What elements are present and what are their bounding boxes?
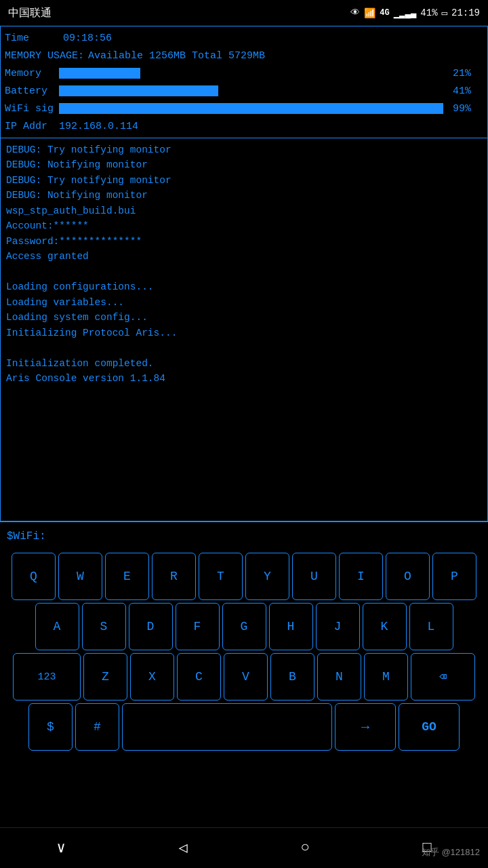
console-line: Loading system config... xyxy=(6,310,482,325)
console-line: Aris Console version 1.1.84 xyxy=(6,371,482,386)
key-space[interactable] xyxy=(122,703,332,751)
console-line: DEBUG: Try notifying monitor xyxy=(6,142,482,157)
key-j[interactable]: J xyxy=(316,603,360,650)
memory-bar-container xyxy=(59,68,447,79)
console-line: Access granted xyxy=(6,249,482,264)
key-b[interactable]: B xyxy=(270,653,314,701)
memory-usage-label: MEMORY USAGE: xyxy=(5,50,84,62)
battery-pct-label: 41% xyxy=(453,85,483,97)
watermark: 知乎 @121812 xyxy=(422,846,480,859)
keyboard-row-3: 123ZXCVBNM⌫ xyxy=(1,653,487,701)
battery-bar-row: Battery 41% xyxy=(5,82,483,100)
keyboard: QWERTYUIOP ASDFGHJKL 123ZXCVBNM⌫ $#→GO xyxy=(0,550,488,755)
key-x[interactable]: X xyxy=(130,653,174,701)
ip-value: 192.168.0.114 xyxy=(59,121,138,132)
nav-home-button[interactable]: ○ xyxy=(285,840,325,856)
memory-usage-text: Available 1256MB Total 5729MB xyxy=(88,50,265,62)
status-bar: 中国联通 👁 📶 4G ▁▂▃▄ 41% ▭ 21:19 xyxy=(0,0,488,26)
key-z[interactable]: Z xyxy=(83,653,127,701)
keyboard-row-2: ASDFGHJKL xyxy=(1,603,487,650)
wifi-icon: 📶 xyxy=(364,7,375,19)
key-hash[interactable]: # xyxy=(75,703,119,751)
console-line: DEBUG: Notifying monitor xyxy=(6,188,482,203)
key-k[interactable]: K xyxy=(363,603,407,650)
info-panel: Time 09:18:56 MEMORY USAGE: Available 12… xyxy=(0,26,488,138)
key-a[interactable]: A xyxy=(35,603,79,650)
key-p[interactable]: P xyxy=(432,553,476,600)
key-s[interactable]: S xyxy=(82,603,126,650)
key-m[interactable]: M xyxy=(364,653,408,701)
wifi-bar xyxy=(59,103,443,114)
key-123[interactable]: 123 xyxy=(13,653,81,701)
console-line: Account:****** xyxy=(6,218,482,233)
console-line: wsp_stp_auth_build.bui xyxy=(6,203,482,218)
console-line xyxy=(6,264,482,279)
key-q[interactable]: Q xyxy=(12,553,56,600)
console-line xyxy=(6,340,482,355)
key-t[interactable]: T xyxy=(199,553,243,600)
memory-bar xyxy=(59,68,140,79)
key-i[interactable]: I xyxy=(339,553,383,600)
nav-back-button[interactable]: ◁ xyxy=(163,839,203,857)
key-w[interactable]: W xyxy=(58,553,102,600)
ip-label: IP Addr xyxy=(5,121,59,132)
key-l[interactable]: L xyxy=(409,603,453,650)
key-d[interactable]: D xyxy=(129,603,173,650)
console-line: Loading variables... xyxy=(6,295,482,310)
battery-label: Battery xyxy=(5,85,59,97)
keyboard-row-1: QWERTYUIOP xyxy=(1,553,487,600)
signal-icon: ▁▂▃▄ xyxy=(394,7,417,19)
console-line: Initialization completed. xyxy=(6,356,482,371)
key-c[interactable]: C xyxy=(177,653,221,701)
4g-label: 4G xyxy=(380,8,389,18)
key-o[interactable]: O xyxy=(386,553,430,600)
wifi-sig-label: WiFi sig xyxy=(5,103,59,115)
key-dollar[interactable]: $ xyxy=(28,703,73,751)
keyboard-row-4: $#→GO xyxy=(1,703,487,751)
cmd-prompt: $WiFi: xyxy=(7,530,46,542)
key-n[interactable]: N xyxy=(317,653,361,701)
key-v[interactable]: V xyxy=(224,653,268,701)
memory-usage-row: MEMORY USAGE: Available 1256MB Total 572… xyxy=(5,47,483,64)
key-r[interactable]: R xyxy=(152,553,196,600)
cmd-area[interactable]: $WiFi: xyxy=(0,521,488,550)
key-backspace[interactable]: ⌫ xyxy=(411,653,475,701)
memory-pct-label: 21% xyxy=(453,68,483,79)
wifi-pct-label: 99% xyxy=(453,103,483,115)
console-line: DEBUG: Try notifying monitor xyxy=(6,173,482,188)
status-icons: 👁 📶 4G ▁▂▃▄ 41% ▭ 21:19 xyxy=(350,7,480,19)
battery-pct: 41% xyxy=(420,7,437,18)
time-value: 09:18:56 xyxy=(63,33,112,44)
key-u[interactable]: U xyxy=(292,553,336,600)
nav-chevron-down[interactable]: ∨ xyxy=(41,839,81,857)
ip-row: IP Addr 192.168.0.114 xyxy=(5,117,483,135)
battery-bar xyxy=(59,85,218,96)
key-go[interactable]: GO xyxy=(399,703,460,751)
battery-icon: ▭ xyxy=(442,7,447,19)
console-line: DEBUG: Notifying monitor xyxy=(6,157,482,172)
time-display: 21:19 xyxy=(451,7,480,18)
key-arrow-right[interactable]: → xyxy=(335,703,396,751)
time-label: Time xyxy=(5,33,59,44)
memory-label: Memory xyxy=(5,68,59,79)
wifi-bar-row: WiFi sig 99% xyxy=(5,100,483,117)
carrier-label: 中国联通 xyxy=(8,6,52,20)
key-f[interactable]: F xyxy=(176,603,220,650)
console-line: Initializing Protocol Aris... xyxy=(6,326,482,340)
console-line: Password:************** xyxy=(6,234,482,249)
eye-icon: 👁 xyxy=(350,7,360,18)
console-area: DEBUG: Try notifying monitorDEBUG: Notif… xyxy=(0,138,488,521)
key-y[interactable]: Y xyxy=(245,553,289,600)
console-line: Loading configurations... xyxy=(6,279,482,294)
wifi-bar-container xyxy=(59,103,447,114)
memory-bar-row: Memory 21% xyxy=(5,64,483,82)
time-row: Time 09:18:56 xyxy=(5,29,483,47)
key-g[interactable]: G xyxy=(222,603,266,650)
nav-bar: ∨ ◁ ○ □ 知乎 @121812 xyxy=(0,827,488,868)
battery-bar-container xyxy=(59,85,447,96)
key-h[interactable]: H xyxy=(269,603,313,650)
key-e[interactable]: E xyxy=(105,553,149,600)
